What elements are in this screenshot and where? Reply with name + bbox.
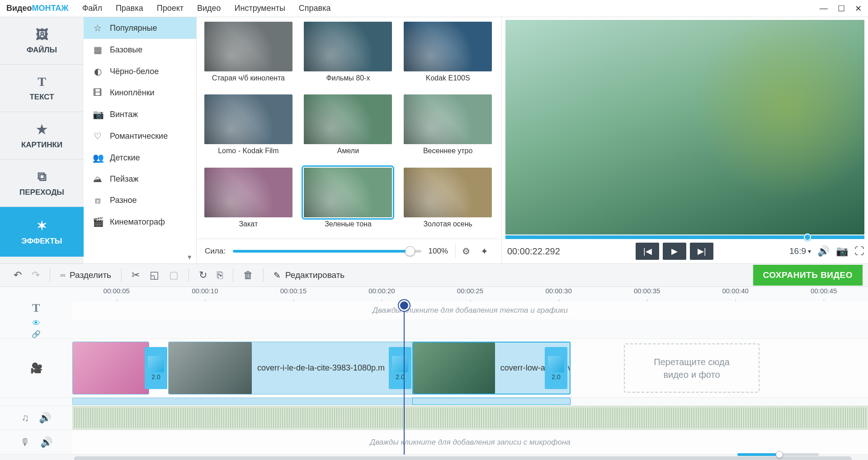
- track-area: T 👁 🔗 Дважды кликните для добавления тек…: [0, 301, 868, 455]
- category-vintage[interactable]: 📷Винтаж: [84, 103, 196, 125]
- category-bw[interactable]: ◐Чёрно-белое: [84, 61, 196, 82]
- grid-icon: ▦: [93, 44, 103, 55]
- scrubber-handle[interactable]: [804, 234, 811, 241]
- effects-column: Старая ч/б кинолента Фильмы 80-х Kodak E…: [197, 17, 502, 263]
- effect-item[interactable]: Фильмы 80-х: [301, 22, 396, 93]
- tab-text-label: ТЕКСТ: [29, 93, 54, 102]
- category-label: Винтаж: [110, 110, 138, 119]
- save-video-button[interactable]: СОХРАНИТЬ ВИДЕО: [753, 265, 863, 286]
- effect-item[interactable]: Старая ч/б кинолента: [201, 22, 296, 93]
- effect-item[interactable]: Золотая осень: [401, 168, 495, 239]
- split-button[interactable]: ⎓Разделить: [60, 270, 111, 280]
- delete-button[interactable]: 🗑: [243, 269, 253, 281]
- slider-handle[interactable]: [405, 246, 415, 256]
- video-clip[interactable]: [72, 342, 149, 394]
- snapshot-icon[interactable]: 📷: [836, 245, 848, 257]
- category-popular[interactable]: ☆Популярные: [84, 17, 196, 39]
- effect-item[interactable]: Kodak E100S: [401, 22, 495, 93]
- effect-thumb: [304, 22, 392, 71]
- category-misc[interactable]: ⧈Разное: [84, 190, 196, 211]
- rotate-button[interactable]: ↻: [199, 269, 207, 281]
- volume-icon[interactable]: 🔊: [817, 245, 830, 257]
- next-frame-button[interactable]: ▶|: [690, 243, 713, 260]
- transition-clip[interactable]: 2.0: [389, 347, 411, 389]
- mic-track-body[interactable]: Дважды кликните для добавления записи с …: [72, 430, 868, 454]
- aspect-ratio-selector[interactable]: 16:9▾: [789, 246, 811, 256]
- transition-icon: ⧉: [38, 169, 47, 184]
- effects-grid[interactable]: Старая ч/б кинолента Фильмы 80-х Kodak E…: [197, 17, 500, 239]
- copy-button[interactable]: ⎘: [217, 269, 223, 281]
- video-track-body[interactable]: 2.0 coverr-i-le-de-la-cite-3983-1080p.m …: [72, 339, 868, 397]
- fullscreen-icon[interactable]: ⛶: [854, 245, 864, 257]
- zoom-slider-handle[interactable]: [776, 451, 783, 458]
- tab-effects[interactable]: ✶ЭФФЕКТЫ: [0, 207, 84, 257]
- minimize-icon[interactable]: —: [820, 4, 828, 14]
- contrast-icon: ◐: [93, 66, 103, 77]
- brush-icon[interactable]: ✦: [477, 244, 491, 258]
- playback-buttons: |◀ ▶ ▶|: [636, 243, 713, 260]
- main-menu: Файл Правка Проект Видео Инструменты Спр…: [82, 4, 820, 13]
- settings-icon[interactable]: ⚙: [455, 244, 470, 258]
- menu-tools[interactable]: Инструменты: [235, 4, 285, 13]
- effect-thumb: [304, 168, 392, 217]
- transition-clip[interactable]: 2.0: [145, 347, 167, 389]
- ruler-tick: 00:00:05: [72, 287, 161, 301]
- cut-button[interactable]: ✂: [132, 269, 140, 281]
- film-icon: 🎞: [93, 88, 103, 98]
- close-icon[interactable]: ✕: [855, 4, 862, 14]
- volume-icon[interactable]: 🔊: [39, 412, 51, 424]
- category-cinema[interactable]: 🎬Кинематограф: [84, 211, 196, 233]
- preview-extra: 16:9▾ 🔊 📷 ⛶: [789, 245, 864, 257]
- crop-button[interactable]: ◱: [150, 269, 159, 281]
- audio-track-body[interactable]: [72, 406, 868, 430]
- tab-files-label: ФАЙЛЫ: [27, 46, 57, 55]
- strength-slider[interactable]: [233, 250, 421, 253]
- preview-video[interactable]: [505, 20, 864, 235]
- effect-item-selected[interactable]: Зеленые тона: [301, 168, 396, 239]
- volume-icon[interactable]: 🔊: [40, 437, 52, 448]
- effect-item[interactable]: Весеннее утро: [401, 94, 495, 165]
- tab-files[interactable]: 🖼ФАЙЛЫ: [0, 17, 84, 65]
- category-basic[interactable]: ▦Базовые: [84, 39, 196, 61]
- tab-transitions[interactable]: ⧉ПЕРЕХОДЫ: [0, 160, 84, 207]
- link-icon[interactable]: 🔗: [32, 330, 41, 338]
- aspect-value: 16:9: [789, 246, 806, 256]
- tab-images[interactable]: ★КАРТИНКИ: [0, 112, 84, 160]
- app-logo: ВидеоМОНТАЖ: [6, 4, 69, 13]
- menu-file[interactable]: Файл: [82, 4, 102, 13]
- audio-waveform: [74, 408, 866, 428]
- category-expand-icon[interactable]: ▼: [186, 253, 193, 261]
- pencil-icon: ✎: [274, 270, 281, 281]
- video-effect-bar-selected[interactable]: [412, 398, 571, 405]
- play-button[interactable]: ▶: [663, 243, 686, 260]
- menu-help[interactable]: Справка: [299, 4, 331, 13]
- category-landscape[interactable]: ⛰Пейзаж: [84, 169, 196, 190]
- category-label: Чёрно-белое: [110, 67, 159, 76]
- zoom-slider[interactable]: [737, 453, 819, 456]
- frame-button[interactable]: ▢: [169, 269, 179, 281]
- undo-button[interactable]: ↶: [14, 269, 22, 281]
- category-film[interactable]: 🎞Киноплёнки: [84, 82, 196, 103]
- time-ruler[interactable]: 00:00:05 00:00:10 00:00:15 00:00:20 00:0…: [0, 287, 868, 301]
- text-track-body[interactable]: Дважды кликните для добавления текста и …: [72, 301, 868, 319]
- transition-clip[interactable]: 2.0: [545, 347, 567, 389]
- menu-video[interactable]: Видео: [197, 4, 221, 13]
- edit-button[interactable]: ✎Редактировать: [274, 270, 344, 281]
- maximize-icon[interactable]: ☐: [838, 4, 845, 14]
- prev-frame-button[interactable]: |◀: [636, 243, 659, 260]
- preview-scrubber[interactable]: [505, 235, 864, 239]
- menu-edit[interactable]: Правка: [116, 4, 143, 13]
- tab-text[interactable]: TТЕКСТ: [0, 65, 84, 112]
- category-kids[interactable]: 👥Детские: [84, 147, 196, 169]
- scrollbar-thumb[interactable]: [74, 456, 852, 460]
- redo-button[interactable]: ↷: [32, 269, 40, 281]
- menu-project[interactable]: Проект: [157, 4, 184, 13]
- effect-item[interactable]: Lomo - Kodak Film: [201, 94, 296, 165]
- effect-item[interactable]: Амели: [301, 94, 396, 165]
- drop-zone[interactable]: Перетащите сюдавидео и фото: [624, 343, 760, 393]
- video-clip[interactable]: coverr-i-le-de-la-cite-3983-1080p.m: [168, 342, 417, 394]
- eye-icon[interactable]: 👁: [32, 319, 40, 328]
- category-romantic[interactable]: ♡Романтические: [84, 125, 196, 147]
- effect-item[interactable]: Закат: [201, 168, 296, 239]
- transition-duration: 2.0: [396, 373, 404, 380]
